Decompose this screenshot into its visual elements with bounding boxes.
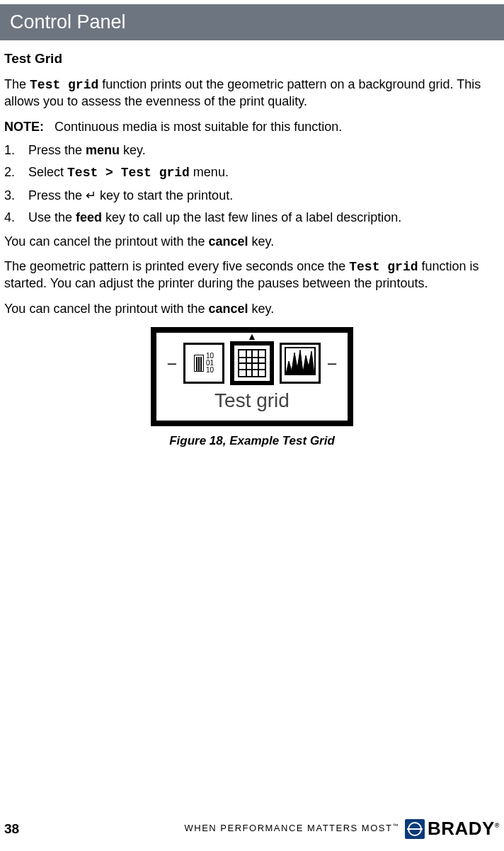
step-4-post: key to call up the last few lines of a l… [102,210,401,224]
display-screen: ▲ – 10 01 10 [151,327,354,426]
step-4-num: 4. [4,210,15,226]
cancel-paragraph-2: You can cancel the printout with the can… [4,301,500,317]
step-1: 1. Press the menu key. [4,142,500,159]
cancel1-pre: You can cancel the printout with the [4,234,209,249]
note-label: NOTE: [4,120,44,134]
interval-paragraph: The geometric pattern is printed every f… [4,258,500,292]
intro-pre: The [4,77,30,91]
figure-container: ▲ – 10 01 10 [4,327,500,449]
step-1-bold: menu [86,143,120,157]
step-4-bold: feed [76,210,102,224]
step-4: 4. Use the feed key to call up the last … [4,210,500,226]
menu-icon-grid-selected [231,343,273,384]
intro-paragraph: The Test grid function prints out the ge… [4,76,500,110]
selection-arrow-icon: ▲ [247,330,257,343]
cancel1-post: key. [248,234,275,249]
page-footer: 38 WHEN PERFORMANCE MATTERS MOST™ BRADY® [0,817,504,841]
cancel2-pre: You can cancel the printout with the [4,302,209,316]
display-menu-label: Test grid [168,388,337,413]
step-1-pre: Press the [28,143,86,157]
note-line: NOTE: Continuous media is most suitable … [4,119,500,135]
note-text: Continuous media is most suitable for th… [55,120,342,134]
enter-key-icon: ↵ [86,188,96,202]
intro-code: Test grid [30,78,98,92]
barcode-digits-icon: 10 01 10 [194,353,214,374]
brady-logo-text: BRADY® [428,817,500,841]
step-3-num: 3. [4,188,15,204]
step-2-num: 2. [4,164,15,181]
step-1-post: key. [120,143,146,157]
step-2-post: menu. [190,165,229,179]
page-number: 38 [4,821,19,838]
step-1-num: 1. [4,142,15,159]
brand-name: BRADY [428,818,495,839]
step-3-pre: Press the [28,188,86,202]
step-2-pre: Select [28,165,67,179]
section-header-title: Control Panel [10,11,126,33]
step-2: 2. Select Test > Test grid menu. [4,164,500,181]
barcode-nums: 10 01 10 [206,353,214,374]
interval-pre: The geometric pattern is printed every f… [4,259,349,273]
cancel-paragraph-1: You can cancel the printout with the can… [4,234,500,250]
step-3: 3. Press the ↵ key to start the printout… [4,188,500,204]
footer-branding: WHEN PERFORMANCE MATTERS MOST™ BRADY® [185,817,500,841]
step-3-post: key to start the printout. [96,188,233,202]
step-4-pre: Use the [28,210,76,224]
barcode-bars-icon [194,355,204,372]
tagline-text: WHEN PERFORMANCE MATTERS MOST [185,823,393,834]
page-content: Test Grid The Test grid function prints … [0,50,504,449]
menu-icon-chart [280,343,321,384]
subsection-heading: Test Grid [4,50,500,68]
cancel2-post: key. [248,302,275,316]
chart-icon [285,347,316,379]
steps-list: 1. Press the menu key. 2. Select Test > … [4,142,500,227]
nav-right-dash-icon: – [328,353,336,374]
trademark-symbol: ™ [392,823,399,829]
cancel1-bold: cancel [209,234,248,249]
step-2-code: Test > Test grid [67,166,190,180]
registered-symbol: ® [495,823,500,830]
grid-icon [238,349,266,377]
section-header-bar: Control Panel [0,4,504,40]
cancel2-bold: cancel [209,302,248,316]
nav-left-dash-icon: – [168,353,176,374]
figure-caption: Figure 18, Example Test Grid [4,433,500,449]
interval-code: Test grid [349,260,418,274]
brady-logo-icon [405,819,425,839]
menu-icon-ascii: 10 01 10 [183,343,224,384]
footer-tagline: WHEN PERFORMANCE MATTERS MOST™ [185,823,399,835]
menu-icons-row: – 10 01 10 [168,343,337,384]
brady-logo: BRADY® [405,817,500,841]
